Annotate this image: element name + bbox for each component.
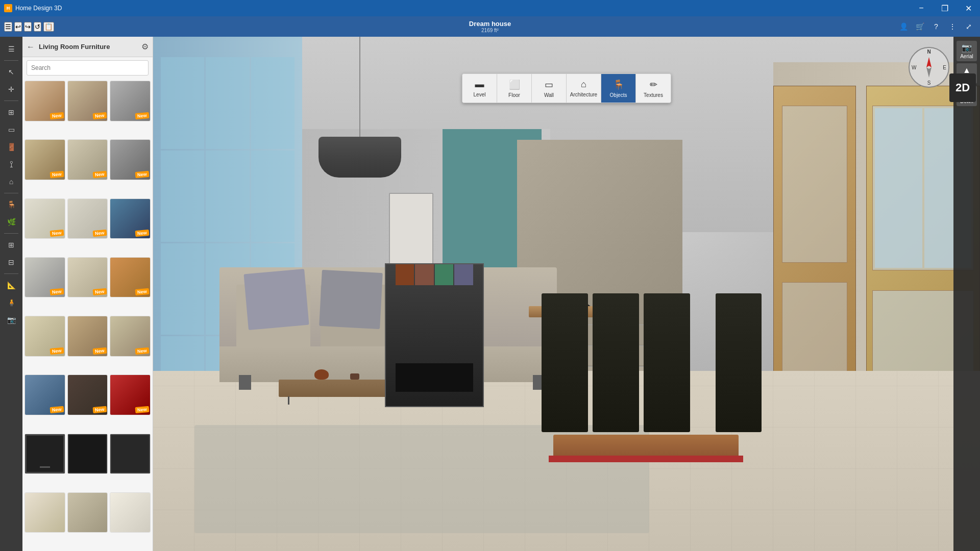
list-item[interactable]: [67, 492, 108, 533]
list-item[interactable]: New: [110, 81, 151, 121]
furniture-grid: New New New New New New: [22, 79, 153, 551]
list-item[interactable]: New: [110, 316, 151, 357]
camera-icon: 📷: [962, 43, 972, 53]
new-badge: New: [92, 112, 106, 119]
copy-button[interactable]: 📋: [43, 22, 54, 32]
list-item[interactable]: [24, 434, 65, 474]
close-button[interactable]: ✕: [957, 0, 980, 16]
new-badge: New: [135, 347, 149, 355]
list-item[interactable]: [24, 492, 65, 533]
project-info: Dream house 2169 ft²: [469, 20, 511, 33]
search-input[interactable]: [27, 60, 149, 76]
list-item[interactable]: New: [24, 198, 65, 239]
item-thumbnail: [68, 434, 108, 474]
tool-rooms[interactable]: ⊞: [3, 104, 19, 120]
item-thumbnail: [110, 493, 150, 533]
tab-architecture[interactable]: ⌂ Architecture: [567, 74, 601, 103]
list-item[interactable]: New: [67, 198, 108, 239]
cart-button[interactable]: 🛒: [913, 19, 927, 34]
item-thumbnail: [68, 493, 108, 533]
compass: N S E W: [909, 47, 949, 88]
search-bar: [22, 57, 153, 79]
compass-west: W: [912, 65, 916, 70]
tool-plants[interactable]: 🌿: [3, 214, 19, 230]
list-item[interactable]: New: [67, 257, 108, 298]
tool-walls[interactable]: ▭: [3, 121, 19, 138]
tab-wall[interactable]: ▭ Wall: [532, 74, 567, 103]
list-item[interactable]: New: [67, 139, 108, 180]
undo-button[interactable]: ↩: [14, 22, 22, 32]
list-item[interactable]: New: [24, 81, 65, 121]
item-thumbnail: [25, 493, 65, 533]
tool-build[interactable]: ✛: [3, 81, 19, 97]
separator-5: [4, 273, 18, 274]
tool-doors[interactable]: 🚪: [3, 139, 19, 155]
tool-stairs[interactable]: ⟟: [3, 156, 19, 172]
separator-2: [4, 101, 18, 101]
tool-figure[interactable]: 🧍: [3, 294, 19, 311]
left-toolbar: ☰ ↖ ✛ ⊞ ▭ 🚪 ⟟ ⌂ 🪑 🌿 ⊞ ⊟ 📐 🧍 📷: [0, 37, 22, 551]
main-toolbar: ☰ ↩ ↪ ↺ 📋 Dream house 2169 ft² 👤 🛒 ? ⋮ ⤢: [0, 16, 980, 37]
new-badge: New: [92, 406, 106, 413]
users-button[interactable]: 👤: [896, 19, 911, 34]
list-item[interactable]: New: [24, 139, 65, 180]
list-item[interactable]: New: [24, 257, 65, 298]
expand-button[interactable]: ⤢: [962, 19, 976, 34]
list-item[interactable]: New: [24, 316, 65, 357]
tool-pointer[interactable]: ↖: [3, 64, 19, 80]
aerial-label: Aerial: [960, 54, 973, 59]
item-thumbnail: [25, 434, 65, 474]
restore-button[interactable]: ❐: [933, 0, 957, 16]
redo-button[interactable]: ↪: [24, 22, 32, 32]
content-area: ☰ ↖ ✛ ⊞ ▭ 🚪 ⟟ ⌂ 🪑 🌿 ⊞ ⊟ 📐 🧍 📷 ← Living R…: [0, 37, 980, 551]
list-item[interactable]: [110, 434, 151, 474]
panel-back-button[interactable]: ←: [27, 42, 35, 52]
tool-fence[interactable]: ⊞: [3, 237, 19, 253]
tool-grid[interactable]: ⊟: [3, 254, 19, 270]
minimize-button[interactable]: −: [910, 0, 933, 16]
panel-settings-button[interactable]: ⚙: [141, 42, 149, 52]
list-item[interactable]: New: [110, 257, 151, 298]
wall-icon: ▭: [545, 79, 553, 90]
project-name: Dream house: [469, 20, 511, 28]
tab-objects[interactable]: 🪑 Objects: [601, 74, 636, 103]
list-item[interactable]: New: [24, 374, 65, 415]
tab-floor[interactable]: ⬜ Floor: [497, 74, 532, 103]
list-item[interactable]: New: [67, 374, 108, 415]
svg-marker-0: [926, 57, 932, 67]
view-mode-button[interactable]: 2D: [949, 73, 976, 102]
aerial-button[interactable]: 📷 Aerial: [957, 41, 977, 61]
list-item[interactable]: New: [67, 316, 108, 357]
new-badge: New: [50, 230, 64, 237]
list-item[interactable]: [110, 492, 151, 533]
list-item[interactable]: New: [110, 374, 151, 415]
project-size: 2169 ft²: [469, 28, 511, 33]
dining-area: [542, 242, 773, 474]
list-item[interactable]: New: [67, 81, 108, 121]
new-badge: New: [135, 230, 149, 237]
list-item[interactable]: [67, 434, 108, 474]
tab-textures[interactable]: ✏ Textures: [636, 74, 671, 103]
tab-level[interactable]: ▬ Level: [462, 74, 497, 103]
tab-floor-label: Floor: [508, 92, 520, 98]
viewport[interactable]: ▬ Level ⬜ Floor ▭ Wall ⌂ Architecture 🪑 …: [153, 37, 980, 551]
menu-button[interactable]: ☰: [4, 22, 12, 32]
tab-wall-label: Wall: [544, 92, 554, 98]
tool-camera[interactable]: 📷: [3, 312, 19, 328]
new-badge: New: [92, 230, 106, 237]
item-thumbnail: [110, 434, 150, 474]
tab-level-label: Level: [474, 92, 486, 97]
tool-measure[interactable]: 📐: [3, 277, 19, 293]
back-button[interactable]: ↺: [34, 22, 41, 32]
panel-title: Living Room Furniture: [39, 43, 137, 51]
list-item[interactable]: New: [110, 139, 151, 180]
separator-4: [4, 233, 18, 234]
list-item[interactable]: New: [110, 198, 151, 239]
tool-menu[interactable]: ☰: [3, 41, 19, 57]
ceiling-lamp: [318, 37, 401, 178]
more-button[interactable]: ⋮: [945, 19, 960, 34]
tool-roof[interactable]: ⌂: [3, 173, 19, 190]
scene-background: [153, 37, 980, 551]
help-button[interactable]: ?: [929, 19, 943, 34]
tool-furniture[interactable]: 🪑: [3, 196, 19, 213]
